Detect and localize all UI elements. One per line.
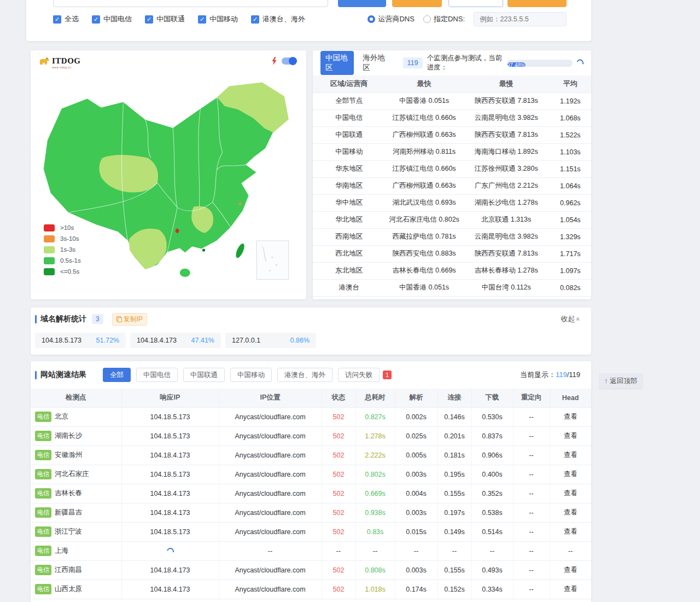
head-view-link[interactable]: 查看 [550, 465, 591, 484]
stats-average: 1.068s [550, 109, 591, 126]
stats-slowest: 陕西西安联通 7.813s [463, 92, 550, 109]
action-button-ghost[interactable] [448, 0, 503, 7]
ip-location-cell: Anycast/cloudflare.com [219, 484, 322, 503]
stats-slowest: 吉林长春移动 1.278s [463, 262, 550, 279]
filter-button[interactable]: 中国联通 [183, 368, 225, 382]
ip-chip[interactable]: 127.0.0.1 0.86% [225, 333, 316, 348]
start-test-button[interactable] [338, 0, 386, 7]
map-mode-toggle[interactable] [282, 57, 296, 65]
head-view-link[interactable]: 查看 [550, 484, 591, 503]
stats-average: 1.151s [550, 160, 591, 177]
filter-button[interactable]: 全部 [103, 368, 131, 382]
carrier-checkbox[interactable]: ✓ 全选 [53, 14, 79, 24]
dns-radio[interactable]: 运营商DNS [368, 14, 414, 24]
stats-fastest: 江苏镇江电信 0.660s [385, 160, 463, 177]
checkbox-label: 港澳台、海外 [262, 14, 305, 24]
connect-time-cell: 0.152s [438, 580, 471, 599]
stats-row: 华北地区 河北石家庄电信 0.802s 北京联通 1.313s 1.054s [313, 211, 591, 228]
dns-input[interactable] [474, 12, 567, 26]
node-cell: 电信河北石家庄 [31, 465, 121, 484]
checkbox-check-icon: ✓ [92, 15, 100, 24]
stats-average: 1.522s [550, 126, 591, 143]
results-column-header: 检测点 [31, 389, 121, 407]
back-to-top-button[interactable]: ↑ 返回顶部 [599, 373, 643, 389]
carrier-checkbox[interactable]: ✓ 中国移动 [198, 14, 238, 24]
dns-radio[interactable]: 指定DNS: [423, 14, 465, 24]
download-time-cell: 0.334s [471, 580, 513, 599]
stats-region: 中国联通 [313, 126, 385, 143]
marker-orange [239, 202, 242, 205]
region-tab[interactable]: 中国地区 [320, 51, 354, 75]
ip-location-cell: Anycast/cloudflare.com [219, 522, 322, 541]
node-cell: 电信湖南长沙 [31, 426, 121, 445]
stats-fastest: 陕西西安电信 0.883s [385, 245, 463, 262]
redirect-cell: -- [513, 503, 550, 522]
total-time-cell: 0.827s [355, 407, 395, 426]
stats-fastest: 河南郑州移动 0.811s [385, 143, 463, 160]
stats-row: 华南地区 广西柳州联通 0.663s 广东广州电信 2.212s 1.064s [313, 177, 591, 194]
head-view-link[interactable]: 查看 [550, 445, 591, 465]
stats-fastest: 湖北武汉电信 0.693s [385, 194, 463, 211]
head-view-link[interactable]: -- [550, 541, 591, 560]
stats-region: 西北地区 [313, 245, 385, 262]
filter-button[interactable]: 港澳台、海外 [277, 368, 332, 382]
marker-hongkong [202, 248, 205, 251]
node-cell: 电信浙江宁波 [31, 522, 121, 541]
head-view-link[interactable]: 查看 [550, 522, 591, 541]
response-ip: 104.18.5.173 [150, 528, 190, 536]
head-view-link[interactable]: 查看 [550, 426, 591, 445]
ip-location-cell: Anycast/cloudflare.com [219, 560, 322, 580]
download-time-cell: 0.352s [471, 484, 513, 503]
stats-slowest: 中国台湾 0.112s [463, 279, 550, 296]
checkbox-label: 中国移动 [209, 14, 238, 24]
stats-column-header: 最慢 [463, 76, 550, 92]
legend-swatch [44, 235, 55, 242]
filter-button[interactable]: 访问失败 [338, 368, 380, 382]
filter-button[interactable]: 中国移动 [230, 368, 272, 382]
head-view-link[interactable]: 查看 [550, 503, 591, 522]
results-column-header: Head [550, 389, 591, 407]
head-view-link[interactable]: 查看 [550, 580, 591, 599]
carrier-checkbox[interactable]: ✓ 中国联通 [145, 14, 185, 24]
response-ip-cell: 104.18.4.173 [121, 484, 219, 503]
dns-count-badge: 3 [92, 314, 103, 324]
copy-ip-button[interactable]: 复制IP [112, 313, 147, 326]
connect-time-cell: 0.149s [438, 522, 471, 541]
stats-slowest: 陕西西安联通 7.813s [463, 245, 550, 262]
ip-chip-row: 104.18.5.173 51.72% 104.18.4.173 47.41% … [31, 333, 591, 348]
filter-button[interactable]: 中国电信 [136, 368, 178, 382]
logo-subtext: www.itdog.cn [52, 66, 81, 69]
carrier-checkbox[interactable]: ✓ 港澳台、海外 [251, 14, 305, 24]
download-time-cell: 0.514s [471, 522, 513, 541]
ip-location-cell: Anycast/cloudflare.com [219, 465, 322, 484]
ip-location-cell: Anycast/cloudflare.com [219, 503, 322, 522]
total-time-cell: 2.222s [355, 445, 395, 465]
action-button-orange-1[interactable] [392, 0, 442, 7]
action-button-orange-2[interactable] [508, 0, 567, 7]
region-tab[interactable]: 海外地区 [363, 53, 386, 73]
ip-percentage: 51.72% [96, 337, 119, 344]
island-hainan [179, 268, 190, 277]
ip-location-cell: -- [219, 541, 322, 560]
total-time-cell: 0.938s [355, 503, 395, 522]
shown-count: 当前显示：119/119 [520, 370, 580, 380]
lightning-icon[interactable] [271, 57, 277, 65]
connect-time-cell: 0.155s [438, 484, 471, 503]
region-stats-table: 区域/运营商 最快 最慢 平均 全部节点 中国香港 0.051s 陕西西安联通 … [313, 76, 591, 297]
checkbox-label: 中国联通 [156, 14, 185, 24]
stats-row: 西南地区 西藏拉萨电信 0.781s 云南昆明电信 3.982s 1.329s [313, 228, 591, 245]
redirect-cell: -- [513, 445, 550, 465]
result-row: 电信江西南昌 104.18.4.173 Anycast/cloudflare.c… [31, 560, 591, 580]
collapse-button[interactable]: 收起 « [561, 314, 580, 324]
head-view-link[interactable]: 查看 [550, 407, 591, 426]
ip-chip[interactable]: 104.18.4.173 47.41% [130, 333, 221, 348]
url-input[interactable] [53, 0, 328, 7]
carrier-checkbox[interactable]: ✓ 中国电信 [92, 14, 132, 24]
head-view-link[interactable]: 查看 [550, 560, 591, 580]
ip-chip[interactable]: 104.18.5.173 51.72% [35, 333, 126, 348]
download-time-cell: 0.538s [471, 503, 513, 522]
redirect-cell: -- [513, 484, 550, 503]
ip-location-cell: Anycast/cloudflare.com [219, 407, 322, 426]
stats-row: 全部节点 中国香港 0.051s 陕西西安联通 7.813s 1.192s [313, 92, 591, 109]
map-panel: ITDOG www.itdog.cn [31, 50, 306, 299]
